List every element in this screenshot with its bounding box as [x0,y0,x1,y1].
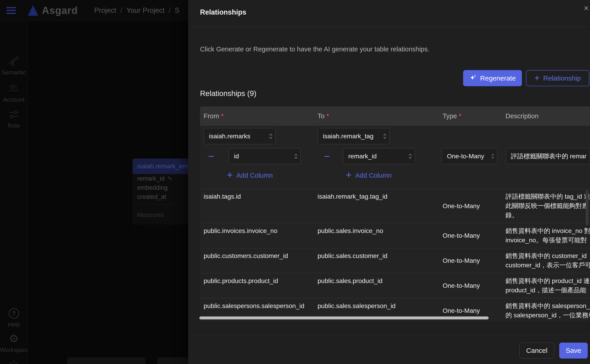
relationship-description: 銷售資料表中的 salesperson_的 salesperson_id，一位業… [502,298,590,321]
workspace-gear-icon: ⚙ [0,333,27,344]
relationship-description: 評語標籤關聯表中的 tag_id 連此關聯反映一個標籤能夠對應錄。 [502,189,590,223]
zoom-toolbar: 84% [67,358,146,364]
chevron-up-down-icon [409,153,412,159]
plus-icon: + [346,170,352,180]
cancel-button[interactable]: Cancel [519,343,554,358]
relationship-type: One-to-Many [439,248,502,273]
key-icon [168,176,173,181]
regenerate-button[interactable]: Regenerate [463,70,522,86]
upgrade-star-icon: ☆ [0,358,27,364]
sidebar-item-label: Account [0,96,27,103]
relationship-to: public.sales.product_id [314,273,439,298]
sidebar-item-semantic[interactable]: Semantic [0,56,27,76]
relationship-to: public.sales.invoice_no [314,223,439,248]
from-table-select[interactable]: isaiah.remarks [204,128,276,144]
plus-icon: + [227,170,233,180]
sidebar-item-label: Role [0,122,27,129]
relationship-from: isaiah.tags.id [200,189,314,223]
regenerate-label: Regenerate [480,74,516,82]
relationship-from: public.customers.customer_id [200,248,314,273]
save-button[interactable]: Save [559,343,588,358]
modal-header: Relationships × [188,0,590,27]
relationship-row: public.customers.customer_id public.sale… [200,248,590,273]
remove-from-column-button[interactable]: − [208,151,214,161]
relationship-description: 銷售資料表中的 invoice_no 對invoice_no。每張發票可能對 [502,223,590,248]
add-to-column-button[interactable]: + Add Column [346,171,392,180]
sparkle-icon [469,74,477,82]
asgard-logo-icon [28,5,38,16]
chevron-up-down-icon [269,133,273,139]
relationship-editor-row: isaiah.remarks isaiah.remark_tag − id − [200,126,590,188]
column-header-to: To* [314,112,439,120]
to-table-select[interactable]: isaiah.remark_tag [318,128,389,144]
sidebar-item-upgrade[interactable]: ☆ Upgrade [0,358,27,364]
chevron-up-down-icon [294,153,298,159]
sidebar-item-account[interactable]: Account [0,83,27,103]
sidebar-item-workspace[interactable]: ⚙ Workspace [0,333,27,354]
field-name: remark_id [137,175,164,182]
column-header-from: From* [200,112,314,120]
field-name: created_at [137,193,166,201]
add-column-label: Add Column [355,172,392,179]
breadcrumb-your-project[interactable]: Your Project [127,6,165,14]
zoom-out-icon[interactable] [90,363,98,364]
relationship-row: public.invoices.invoice_no public.sales.… [200,223,590,248]
modal-footer: Cancel Save [188,335,590,364]
sidebar-item-label: Help [0,321,27,328]
relationships-table: From* To* Type* Description isaiah.remar… [200,106,590,321]
from-column-select[interactable]: id [229,148,301,164]
chevron-up-down-icon [383,133,387,139]
relationship-type: One-to-Many [439,189,502,223]
remove-to-column-button[interactable]: − [324,151,330,161]
column-header-type: Type* [439,112,502,120]
modal-intro-text: Click Generate or Regenerate to have the… [200,46,430,53]
column-header-description: Description [502,112,590,120]
relationship-type: One-to-Many [439,223,502,248]
description-input[interactable]: 評語標籤關聯表中的 remar [506,148,590,164]
relationship-type-select[interactable]: One-to-Many [442,148,497,164]
relationship-to: isaiah.remark_tag.tag_id [314,189,439,223]
to-column-select[interactable]: remark_id [343,148,415,164]
swap-icon: ⇄ [165,363,172,364]
chevron-up-down-icon [491,153,494,159]
required-asterisk: * [326,112,329,120]
table-header-row: From* To* Type* Description [200,106,590,126]
breadcrumb-separator: / [120,6,122,14]
required-asterisk: * [221,112,223,120]
help-icon: ? [9,308,19,319]
sidebar-item-help[interactable]: ? Help [0,308,27,328]
field-name: embedding [137,184,168,191]
relationship-row: isaiah.tags.id isaiah.remark_tag.tag_id … [200,188,590,223]
role-sliders-icon [0,109,27,120]
add-column-label: Add Column [236,172,273,179]
breadcrumb-separator: / [168,6,171,14]
modal-title: Relationships [200,8,246,16]
add-from-column-button[interactable]: + Add Column [227,171,273,180]
close-icon[interactable]: × [584,4,589,12]
relationships-count-title: Relationships (9) [200,89,256,98]
relationships-modal: Relationships × Click Generate or Regene… [188,0,590,364]
vertical-scrollbar[interactable] [586,190,589,225]
sidebar-item-label: Semantic [0,69,27,76]
plus-icon: + [534,73,539,82]
semantic-graph-icon [0,56,27,67]
relationship-type: One-to-Many [439,273,502,298]
relationship-description: 銷售資料表中的 customer_idcustomer_id，表示一位客戶可 [502,248,590,273]
horizontal-scrollbar[interactable] [199,316,489,319]
breadcrumb-current[interactable]: S [175,6,180,14]
add-relationship-button[interactable]: + Relationship [526,70,589,86]
zoom-in-icon[interactable] [128,363,137,364]
add-relationship-label: Relationship [543,74,581,82]
account-users-icon [0,83,27,94]
sidebar-item-label: Workspace [0,346,27,354]
hamburger-menu-icon[interactable] [6,7,16,14]
left-sidebar: Semantic Account Role ? Help ⚙ Workspace… [0,21,27,364]
brand-title: Asgard [42,5,78,16]
sidebar-item-role[interactable]: Role [0,109,27,129]
relationship-row: public.products.product_id public.sales.… [200,273,590,298]
relationship-rows: isaiah.tags.id isaiah.remark_tag.tag_id … [200,188,590,321]
relationship-from: public.products.product_id [200,273,314,298]
required-asterisk: * [459,112,461,120]
breadcrumb-project[interactable]: Project [94,6,116,14]
breadcrumb: Project / Your Project / S [94,6,180,14]
